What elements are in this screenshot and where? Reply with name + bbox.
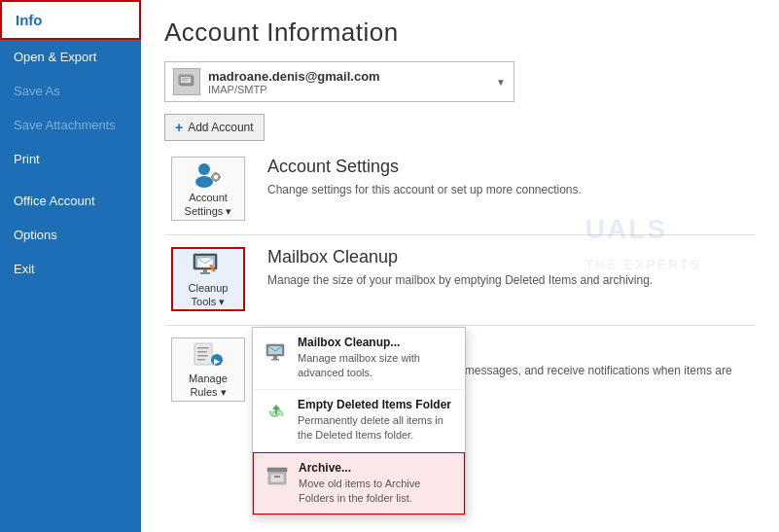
svg-point-5: [198, 163, 210, 175]
rules-label: ManageRules ▾: [189, 372, 228, 400]
account-icon: [173, 68, 200, 95]
mailbox-cleanup-icon: [263, 337, 290, 365]
sidebar-item-options[interactable]: Options: [0, 218, 141, 252]
sidebar-item-office-account[interactable]: Office Account: [0, 184, 141, 218]
account-settings-button[interactable]: AccountSettings ▾: [171, 157, 245, 221]
archive-item-desc: Move old items to Archive Folders in the…: [299, 477, 454, 507]
svg-rect-21: [273, 356, 277, 359]
sidebar-item-print[interactable]: Print: [0, 142, 141, 176]
svg-text:▶: ▶: [214, 357, 221, 366]
dropdown-item-empty-deleted[interactable]: Empty Deleted Items Folder Permanently d…: [253, 390, 465, 452]
mailbox-cleanup-item-desc: Manage mailbox size with advanced tools.: [298, 351, 455, 381]
section-divider-1: [164, 234, 756, 235]
account-details: madroane.denis@gmail.com IMAP/SMTP: [208, 69, 490, 95]
account-settings-description: Change settings for this account or set …: [267, 181, 756, 198]
mailbox-cleanup-item-title: Mailbox Cleanup...: [298, 336, 455, 349]
page-title: Account Information: [164, 18, 756, 48]
archive-content: Archive... Move old items to Archive Fol…: [299, 461, 454, 507]
svg-point-6: [195, 176, 213, 188]
archive-icon: [264, 463, 291, 490]
cleanup-tools-button[interactable]: CleanupTools ▾: [171, 247, 245, 311]
svg-rect-25: [270, 474, 284, 482]
sidebar: Info Open & Export Save As Save Attachme…: [0, 0, 141, 532]
mailbox-cleanup-description: Manage the size of your mailbox by empty…: [267, 271, 756, 289]
archive-item-title: Archive...: [299, 461, 454, 475]
empty-deleted-content: Empty Deleted Items Folder Permanently d…: [298, 398, 455, 443]
dropdown-item-archive[interactable]: Archive... Move old items to Archive Fol…: [253, 452, 465, 515]
svg-rect-3: [182, 78, 190, 79]
sidebar-item-save-attachments: Save Attachments: [0, 108, 141, 142]
sidebar-item-save-as: Save As: [0, 74, 141, 108]
cleanup-dropdown-menu: Mailbox Cleanup... Manage mailbox size w…: [252, 327, 466, 515]
svg-rect-11: [211, 176, 213, 178]
rules-button[interactable]: ▶ ManageRules ▾: [171, 337, 245, 402]
empty-deleted-item-title: Empty Deleted Items Folder: [298, 398, 455, 411]
account-dropdown-arrow-icon[interactable]: ▼: [496, 77, 506, 88]
svg-rect-10: [215, 180, 217, 182]
svg-rect-23: [267, 468, 287, 472]
rules-card: ▶ ManageRules ▾: [164, 337, 252, 404]
sidebar-item-info[interactable]: Info: [0, 0, 141, 40]
svg-rect-27: [195, 343, 212, 365]
add-account-label: Add Account: [188, 121, 253, 134]
svg-point-8: [214, 175, 218, 179]
svg-rect-9: [215, 172, 217, 174]
add-icon: +: [175, 120, 183, 135]
mailbox-cleanup-title: Mailbox Cleanup: [267, 247, 756, 267]
cleanup-tools-card: CleanupTools ▾: [164, 247, 252, 313]
account-selector[interactable]: madroane.denis@gmail.com IMAP/SMTP ▼: [164, 61, 514, 102]
sidebar-item-open-export[interactable]: Open & Export: [0, 40, 141, 74]
add-account-button[interactable]: + Add Account: [164, 114, 265, 141]
dropdown-item-mailbox-cleanup[interactable]: Mailbox Cleanup... Manage mailbox size w…: [253, 328, 465, 390]
mailbox-section: CleanupTools ▾ Mailbox Cleanup Manage th…: [164, 247, 756, 313]
empty-deleted-item-desc: Permanently delete all items in the Dele…: [298, 413, 455, 443]
empty-deleted-icon: [263, 400, 290, 427]
svg-rect-22: [271, 359, 279, 361]
section-divider-2: [164, 325, 756, 326]
svg-rect-30: [197, 355, 208, 357]
svg-rect-29: [197, 351, 207, 353]
account-settings-label: AccountSettings ▾: [185, 191, 232, 219]
cleanup-tools-label: CleanupTools ▾: [189, 281, 229, 309]
svg-rect-17: [200, 272, 210, 274]
account-type: IMAP/SMTP: [208, 84, 490, 95]
svg-rect-4: [182, 80, 188, 81]
svg-rect-26: [274, 476, 280, 478]
account-settings-title: Account Settings: [267, 157, 756, 177]
account-email: madroane.denis@gmail.com: [208, 69, 490, 84]
svg-rect-28: [197, 347, 209, 349]
svg-rect-16: [203, 269, 207, 272]
mailbox-cleanup-desc: Mailbox Cleanup Manage the size of your …: [267, 247, 756, 313]
account-settings-desc: Account Settings Change settings for thi…: [267, 157, 756, 223]
svg-rect-12: [219, 176, 221, 178]
sections-row: AccountSettings ▾ Account Settings Chang…: [164, 157, 756, 223]
main-content: Account Information madroane.denis@gmail…: [141, 0, 779, 532]
mailbox-cleanup-content: Mailbox Cleanup... Manage mailbox size w…: [298, 336, 455, 381]
sidebar-item-exit[interactable]: Exit: [0, 252, 141, 286]
account-settings-card: AccountSettings ▾: [164, 157, 252, 223]
svg-rect-31: [197, 359, 205, 361]
